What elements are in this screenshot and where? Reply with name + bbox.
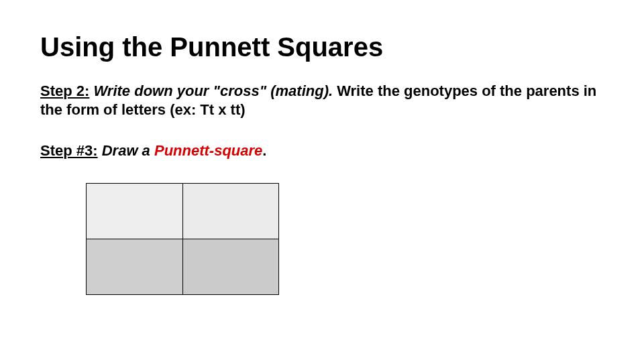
step-2-paragraph: Step 2: Write down your "cross" (mating)… [40, 82, 604, 119]
step-3-italic-red: Punnett-square [154, 142, 262, 159]
punnett-square-container [86, 183, 604, 295]
step-3-label: Step #3: [40, 142, 98, 159]
slide-title: Using the Punnett Squares [40, 32, 604, 62]
punnett-cell-bottom-right [182, 239, 279, 294]
step-3-period: . [262, 142, 266, 159]
punnett-cell-top-left [87, 183, 183, 239]
step-2-italic: Write down your "cross" (mating). [89, 82, 333, 99]
step-3-italic-plain: Draw a [98, 142, 154, 159]
slide: Using the Punnett Squares Step 2: Write … [0, 0, 644, 362]
step-3-paragraph: Step #3: Draw a Punnett-square. [40, 141, 604, 160]
punnett-cell-top-right [182, 183, 279, 239]
step-2-label: Step 2: [40, 82, 89, 99]
punnett-square [86, 183, 279, 295]
punnett-cell-bottom-left [87, 239, 183, 294]
